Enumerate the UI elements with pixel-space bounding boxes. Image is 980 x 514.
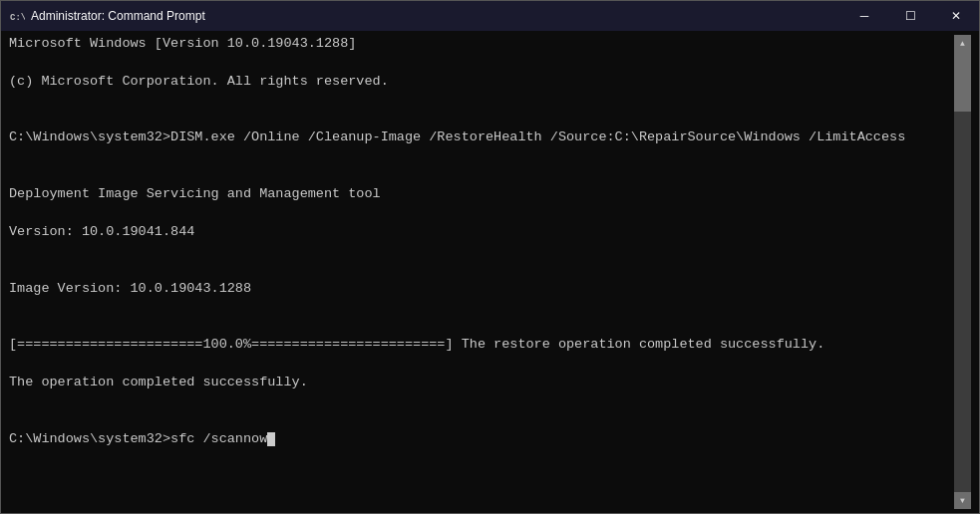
scroll-up-arrow[interactable]: ▲	[954, 35, 971, 52]
cmd-icon: C:\	[9, 8, 25, 24]
console-area: Microsoft Windows [Version 10.0.19043.12…	[1, 31, 979, 513]
scrollbar[interactable]: ▲ ▼	[954, 35, 971, 509]
close-button[interactable]: ✕	[933, 1, 979, 31]
scrollbar-track[interactable]	[954, 52, 971, 492]
scrollbar-thumb[interactable]	[954, 52, 971, 112]
maximize-button[interactable]: ☐	[887, 1, 933, 31]
console-output[interactable]: Microsoft Windows [Version 10.0.19043.12…	[9, 35, 954, 509]
titlebar: C:\ Administrator: Command Prompt ─ ☐ ✕	[1, 1, 979, 31]
titlebar-controls: ─ ☐ ✕	[841, 1, 979, 31]
window: C:\ Administrator: Command Prompt ─ ☐ ✕ …	[0, 0, 980, 514]
minimize-button[interactable]: ─	[841, 1, 887, 31]
titlebar-title: Administrator: Command Prompt	[31, 9, 205, 23]
titlebar-left: C:\ Administrator: Command Prompt	[9, 8, 205, 24]
cursor-blink	[267, 432, 275, 446]
scroll-down-arrow[interactable]: ▼	[954, 492, 971, 509]
svg-text:C:\: C:\	[10, 13, 25, 23]
